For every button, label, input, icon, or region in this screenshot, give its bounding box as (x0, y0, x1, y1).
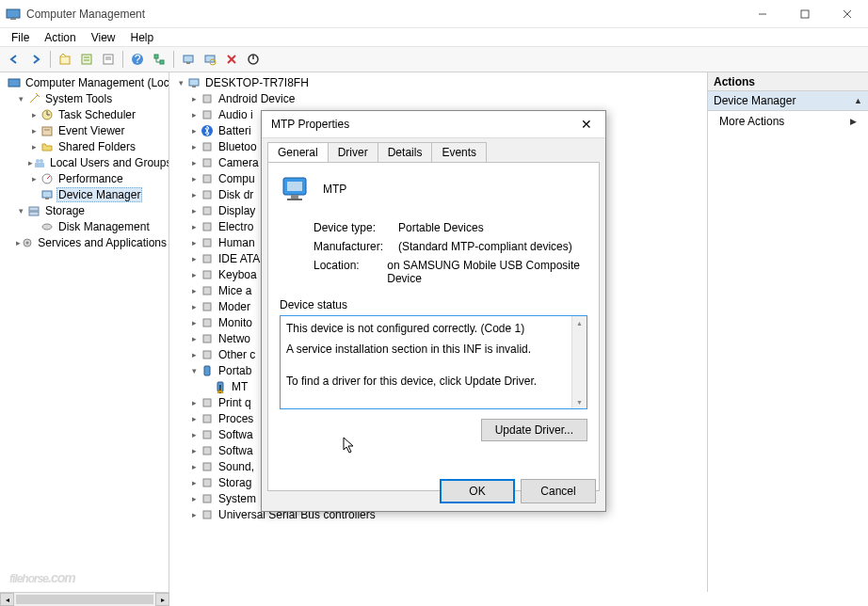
scroll-thumb[interactable] (16, 595, 153, 604)
expand-icon[interactable]: ▸ (188, 446, 200, 455)
horizontal-scrollbar[interactable]: ◂ ▸ (0, 592, 169, 606)
dev-icon (200, 299, 215, 314)
svg-rect-59 (203, 287, 211, 295)
expand-icon[interactable]: ▸ (188, 510, 200, 519)
tab-events[interactable]: Events (431, 142, 487, 162)
scroll-right-button[interactable]: ▸ (155, 593, 169, 606)
expand-icon[interactable]: ▸ (188, 478, 200, 487)
actions-title-row[interactable]: Device Manager▲ (708, 91, 868, 111)
device-node[interactable]: ▾DESKTOP-TR7I8FH (175, 74, 707, 90)
tab-general[interactable]: General (267, 142, 329, 162)
device-label: Moder (217, 300, 252, 313)
device-manager-icon (40, 187, 55, 202)
expand-icon[interactable]: ▾ (188, 366, 200, 375)
expand-icon[interactable]: ▸ (188, 142, 200, 152)
expand-icon[interactable]: ▸ (188, 174, 200, 183)
svg-rect-53 (203, 191, 211, 199)
more-actions[interactable]: More Actions▶ (708, 111, 868, 132)
maximize-button[interactable] (783, 0, 826, 27)
back-button[interactable] (4, 49, 24, 70)
menu-view[interactable]: View (84, 29, 123, 46)
app-icon (6, 7, 21, 22)
expand-icon[interactable]: ▸ (188, 318, 200, 327)
menu-file[interactable]: File (4, 29, 37, 46)
expand-icon[interactable]: ▸ (188, 222, 200, 231)
up-button[interactable] (55, 49, 75, 70)
close-button[interactable] (826, 0, 868, 27)
tree-task-scheduler[interactable]: ▸Task Scheduler (26, 106, 169, 122)
scan-button[interactable] (200, 49, 220, 70)
help-button[interactable]: ? (127, 49, 148, 70)
device-label: Compu (217, 172, 257, 185)
expand-icon[interactable]: ▸ (188, 190, 200, 199)
tree-root[interactable]: ▸Computer Management (Local (0, 74, 169, 90)
dev-icon (200, 187, 215, 202)
expand-icon[interactable]: ▸ (188, 398, 200, 407)
device-node[interactable]: ▸Android Device (175, 90, 707, 106)
expand-icon[interactable]: ▸ (188, 238, 200, 247)
update-driver-button[interactable]: Update Driver... (481, 419, 587, 441)
dialog-titlebar[interactable]: MTP Properties ✕ (262, 111, 605, 138)
tree-services-apps[interactable]: ▸Services and Applications (13, 234, 169, 250)
export-button[interactable] (98, 49, 119, 70)
dev-icon (200, 235, 215, 250)
window-title: Computer Management (26, 8, 741, 21)
expand-icon[interactable]: ▸ (188, 334, 200, 343)
status-scrollbar[interactable]: ▲▼ (571, 316, 587, 408)
expand-icon[interactable]: ▸ (188, 110, 200, 120)
tree-system-tools[interactable]: ▾System Tools (13, 90, 169, 106)
expand-icon[interactable]: ▸ (188, 158, 200, 167)
expand-icon[interactable]: ▸ (188, 302, 200, 311)
expand-icon[interactable]: ▸ (188, 430, 200, 439)
svg-rect-74 (203, 511, 211, 518)
scroll-left-button[interactable]: ◂ (0, 593, 14, 606)
menu-action[interactable]: Action (37, 29, 83, 46)
titlebar: Computer Management (0, 0, 868, 28)
delete-button[interactable] (221, 49, 242, 70)
users-icon (33, 155, 46, 170)
expand-icon[interactable]: ▸ (188, 494, 200, 503)
svg-rect-16 (160, 60, 164, 64)
ok-button[interactable]: OK (440, 479, 515, 503)
tree-device-manager[interactable]: ▸Device Manager (26, 186, 169, 202)
monitor-button[interactable] (178, 49, 199, 70)
svg-point-34 (40, 159, 43, 163)
enable-button[interactable] (243, 49, 264, 70)
expand-icon[interactable]: ▸ (188, 414, 200, 423)
svg-rect-72 (203, 479, 211, 486)
dialog-close-button[interactable]: ✕ (568, 111, 605, 137)
expand-icon[interactable]: ▸ (188, 462, 200, 471)
device-label: Audio i (217, 108, 255, 121)
expand-icon[interactable]: ▸ (188, 254, 200, 263)
dialog-buttons: OK Cancel (440, 479, 596, 503)
device-status-label: Device status (280, 298, 587, 311)
forward-button[interactable] (25, 49, 46, 70)
menu-help[interactable]: Help (123, 29, 162, 46)
device-status-box[interactable]: This device is not configured correctly.… (280, 315, 587, 409)
properties-dialog: MTP Properties ✕ General Driver Details … (261, 110, 606, 512)
expand-icon[interactable]: ▾ (175, 78, 186, 88)
expand-icon[interactable]: ▸ (188, 206, 200, 215)
tree-storage[interactable]: ▾Storage (13, 202, 169, 218)
minimize-button[interactable] (741, 0, 783, 27)
expand-icon[interactable]: ▸ (188, 270, 200, 279)
expand-icon[interactable]: ▸ (188, 286, 200, 295)
cancel-button[interactable]: Cancel (521, 479, 596, 503)
tree-disk-management[interactable]: ▸Disk Management (26, 218, 169, 234)
tree-shared-folders[interactable]: ▸Shared Folders (26, 138, 169, 154)
svg-rect-52 (203, 175, 211, 183)
expand-icon[interactable]: ▸ (188, 350, 200, 359)
tree-local-users[interactable]: ▸Local Users and Groups (26, 154, 169, 170)
tree-performance[interactable]: ▸Performance (26, 170, 169, 186)
tree-button[interactable] (149, 49, 169, 70)
svg-rect-76 (287, 182, 302, 191)
device-label: Electro (217, 220, 255, 233)
dev-icon (200, 203, 215, 218)
tab-details[interactable]: Details (378, 142, 433, 162)
tree-event-viewer[interactable]: ▸Event Viewer (26, 122, 169, 138)
properties-button[interactable] (76, 49, 97, 70)
tab-driver[interactable]: Driver (328, 142, 378, 162)
svg-rect-38 (42, 191, 52, 198)
expand-icon[interactable]: ▸ (188, 126, 200, 136)
expand-icon[interactable]: ▸ (188, 94, 200, 104)
